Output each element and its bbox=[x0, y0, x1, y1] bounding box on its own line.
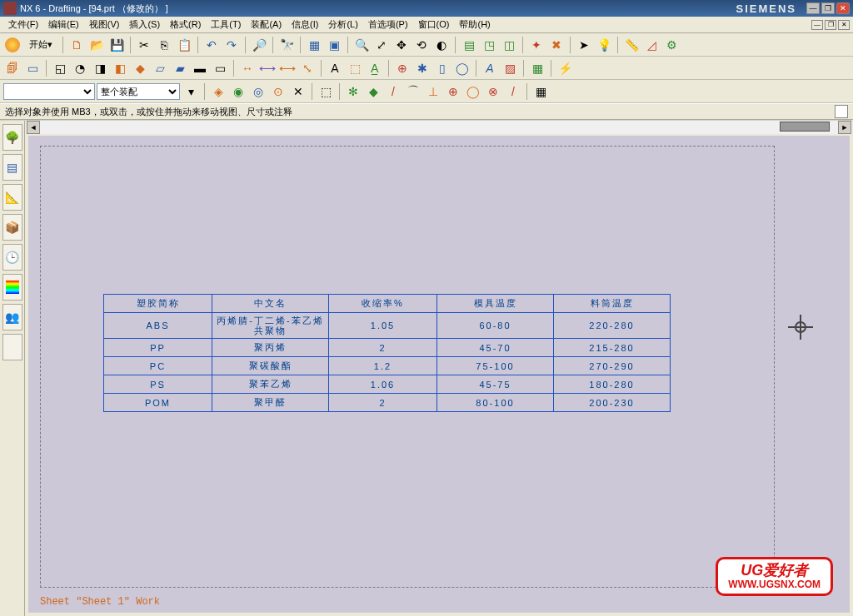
render-style-icon[interactable]: ◐ bbox=[432, 36, 451, 54]
grid-icon[interactable]: ▦ bbox=[531, 82, 550, 101]
assembly-navigator-icon[interactable]: ▤ bbox=[2, 154, 22, 181]
broken-view-icon[interactable]: ▱ bbox=[151, 59, 169, 77]
filter-icon[interactable]: ▾ bbox=[182, 82, 200, 101]
reuse-library-icon[interactable]: 📦 bbox=[2, 214, 22, 241]
constraint-navigator-icon[interactable]: 📐 bbox=[2, 184, 22, 211]
menu-file[interactable]: 文件(F) bbox=[3, 17, 43, 32]
mdi-close-button[interactable]: ✕ bbox=[838, 20, 850, 30]
minimize-button[interactable]: — bbox=[806, 2, 820, 14]
menu-assembly[interactable]: 装配(A) bbox=[246, 17, 287, 32]
cut-icon[interactable]: ✂ bbox=[135, 36, 153, 54]
drawing-canvas[interactable]: Sheet "Sheet 1" Work 塑胶简称 中文名 收缩率% 模具温度 … bbox=[28, 136, 850, 613]
dimension-icon[interactable]: ↔ bbox=[238, 59, 257, 77]
select-box-icon[interactable]: ⬚ bbox=[317, 82, 335, 101]
prompt-toggle-button[interactable] bbox=[835, 105, 848, 118]
fit-icon[interactable]: ▣ bbox=[325, 36, 343, 54]
close-button[interactable]: ✕ bbox=[836, 2, 850, 14]
binoculars-icon[interactable]: 🔭 bbox=[277, 36, 296, 54]
existing-point-icon[interactable]: / bbox=[384, 82, 402, 101]
mdi-restore-button[interactable]: ❐ bbox=[825, 20, 836, 30]
horizontal-dim-icon[interactable]: ⟷ bbox=[258, 59, 277, 77]
menu-format[interactable]: 格式(R) bbox=[165, 17, 206, 32]
save-icon[interactable]: 💾 bbox=[107, 36, 126, 54]
open-icon[interactable]: 📂 bbox=[87, 36, 106, 54]
pole-icon[interactable]: ◯ bbox=[464, 82, 482, 101]
menu-info[interactable]: 信息(I) bbox=[287, 17, 323, 32]
scroll-left-icon[interactable]: ◄ bbox=[27, 121, 40, 134]
snap-mid-icon[interactable]: ◎ bbox=[249, 82, 267, 101]
menu-insert[interactable]: 插入(S) bbox=[124, 17, 165, 32]
menu-preferences[interactable]: 首选项(P) bbox=[363, 17, 413, 32]
zoom-icon[interactable]: 🔍 bbox=[352, 36, 371, 54]
measure-icon[interactable]: 📏 bbox=[622, 36, 641, 54]
two-curve-icon[interactable]: ⊗ bbox=[484, 82, 502, 101]
datum-icon[interactable]: A̲ bbox=[366, 59, 384, 77]
crosshatch-icon[interactable]: ▨ bbox=[501, 59, 519, 77]
detail-view-icon[interactable]: ◔ bbox=[71, 59, 89, 77]
part-navigator-icon[interactable]: 🌳 bbox=[2, 124, 22, 151]
between-icon[interactable]: / bbox=[504, 82, 522, 101]
rotate-icon[interactable]: ⟲ bbox=[412, 36, 431, 54]
mdi-minimize-button[interactable]: — bbox=[811, 20, 823, 30]
selection-filter-select[interactable] bbox=[3, 83, 95, 100]
section-view-icon[interactable]: ◨ bbox=[91, 59, 109, 77]
tangent-icon[interactable]: ⌒ bbox=[404, 82, 422, 101]
menu-edit[interactable]: 编辑(E) bbox=[43, 17, 84, 32]
delete-icon[interactable]: ✖ bbox=[547, 36, 566, 54]
light-icon[interactable]: 💡 bbox=[595, 36, 613, 54]
symbol-icon[interactable]: ▯ bbox=[433, 59, 451, 77]
palette-icon[interactable] bbox=[2, 274, 22, 301]
new-icon[interactable]: 🗋 bbox=[67, 36, 86, 54]
menu-tools[interactable]: 工具(T) bbox=[206, 17, 246, 32]
empty-tab-icon[interactable] bbox=[2, 334, 22, 360]
parallel-dim-icon[interactable]: ⤡ bbox=[298, 59, 317, 77]
drawing-table[interactable]: 塑胶简称 中文名 收缩率% 模具温度 料筒温度 ABS 丙烯腈-丁二烯-苯乙烯共… bbox=[103, 294, 671, 412]
wcs-icon[interactable]: ◳ bbox=[480, 36, 498, 54]
redo-icon[interactable]: ↷ bbox=[222, 36, 241, 54]
half-section-icon[interactable]: ◧ bbox=[111, 59, 129, 77]
projected-view-icon[interactable]: ◱ bbox=[51, 59, 69, 77]
new-sheet-icon[interactable]: 🗐 bbox=[3, 59, 22, 77]
analysis-icon[interactable]: ◿ bbox=[642, 36, 661, 54]
snap-intersect-icon[interactable]: ✕ bbox=[289, 82, 307, 101]
arc-center-icon[interactable]: ⊕ bbox=[444, 82, 462, 101]
preferences-icon[interactable]: ⚙ bbox=[662, 36, 681, 54]
centerline-icon[interactable]: ⊕ bbox=[393, 59, 412, 77]
scroll-thumb[interactable] bbox=[780, 122, 830, 132]
perpendicular-icon[interactable]: ⊥ bbox=[424, 82, 442, 101]
paste-icon[interactable]: 📋 bbox=[175, 36, 193, 54]
revolved-section-icon[interactable]: ◆ bbox=[131, 59, 149, 77]
view-alignment-icon[interactable]: ▭ bbox=[211, 59, 229, 77]
layer-icon[interactable]: ▤ bbox=[460, 36, 478, 54]
clip-icon[interactable]: ◫ bbox=[500, 36, 518, 54]
snap-point-icon[interactable]: ◈ bbox=[209, 82, 227, 101]
window-layout-icon[interactable]: ▦ bbox=[305, 36, 323, 54]
base-view-icon[interactable]: ▭ bbox=[23, 59, 42, 77]
update-icon[interactable]: ⚡ bbox=[556, 59, 574, 77]
vertical-dim-icon[interactable]: ⟷ bbox=[278, 59, 297, 77]
note-icon[interactable]: A bbox=[326, 59, 344, 77]
point-on-curve-icon[interactable]: ✻ bbox=[344, 82, 362, 101]
snap-center-icon[interactable]: ⊙ bbox=[269, 82, 287, 101]
center-mark-icon[interactable]: ✱ bbox=[413, 59, 431, 77]
feature-control-icon[interactable]: ⬚ bbox=[346, 59, 364, 77]
text-style-icon[interactable]: A bbox=[481, 59, 499, 77]
history-icon[interactable]: 🕒 bbox=[2, 244, 22, 271]
menu-help[interactable]: 帮助(H) bbox=[454, 17, 495, 32]
break-out-icon[interactable]: ▰ bbox=[171, 59, 189, 77]
quadrant-icon[interactable]: ◆ bbox=[364, 82, 382, 101]
menu-window[interactable]: 窗口(O) bbox=[413, 17, 455, 32]
assembly-scope-select[interactable]: 整个装配 bbox=[97, 83, 180, 100]
scroll-track[interactable] bbox=[40, 121, 838, 134]
pan-icon[interactable]: ✥ bbox=[392, 36, 411, 54]
menu-view[interactable]: 视图(V) bbox=[84, 17, 125, 32]
copy-icon[interactable]: ⎘ bbox=[155, 36, 173, 54]
horizontal-scrollbar[interactable]: ◄ ► bbox=[27, 121, 851, 134]
roles-icon[interactable]: 👥 bbox=[2, 304, 22, 330]
undo-icon[interactable]: ↶ bbox=[202, 36, 221, 54]
nx-logo-icon[interactable] bbox=[3, 36, 22, 54]
move-icon[interactable]: ✦ bbox=[527, 36, 546, 54]
start-button[interactable]: 开始 ▾ bbox=[23, 36, 58, 54]
menu-analysis[interactable]: 分析(L) bbox=[323, 17, 362, 32]
table-icon[interactable]: ▦ bbox=[528, 59, 546, 77]
